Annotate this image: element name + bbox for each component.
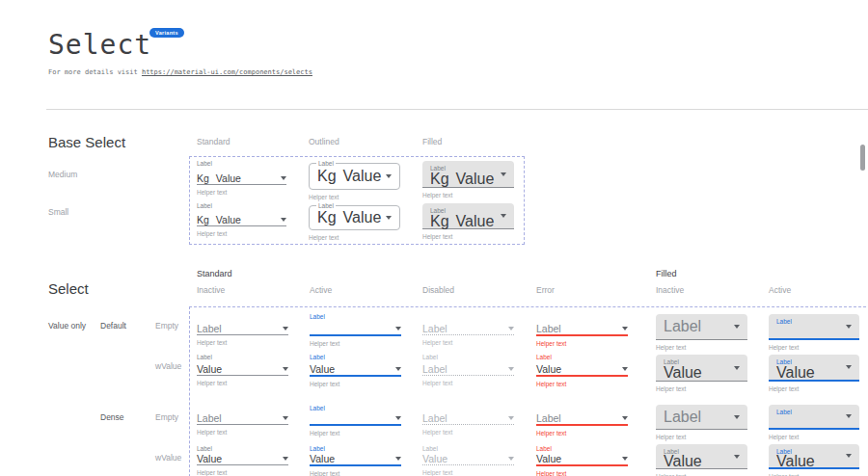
select-value: Value [310,453,335,464]
select-standard-active-default-wvalue: LabelValueHelper text [310,353,401,388]
dropdown-arrow-icon [846,454,852,458]
select-filled-inactive-small: LabelKgValueHelper text [422,203,514,241]
select-filled-inactive-medium: LabelKgValueHelper text [422,161,514,199]
select-control[interactable]: LabelValue [656,444,747,469]
helper-text: Helper text [197,189,286,197]
value-text: Value [310,363,335,375]
select-control[interactable]: Value [197,453,288,465]
helper-text: Helper text [656,344,747,352]
value-text: Value [664,364,702,381]
select-value: KgValue [317,212,381,224]
select-control[interactable]: LabelKgValue [309,163,400,190]
select-control[interactable]: Value [310,453,401,466]
select-standard-inactive-default-empty: LabelHelper text [197,312,288,347]
helper-text: Helper text [536,470,628,476]
column-header-filled-active: Active [769,285,791,295]
select-value: KgValue [430,216,494,227]
select-label: Label [197,159,286,168]
value-text: Label [422,363,448,375]
select-label: Label [422,444,514,453]
dropdown-arrow-icon [508,416,514,420]
select-control[interactable]: KgValue [197,168,286,185]
select-control[interactable]: LabelValue [656,355,747,382]
base-select-heading: Base Select [48,134,125,150]
mode-label-wvalue: wValue [155,453,181,463]
select-control[interactable]: Label [656,405,747,430]
select-control[interactable]: LabelValue [769,355,859,382]
dropdown-arrow-icon [734,415,740,419]
dropdown-arrow-icon [395,416,401,420]
helper-text: Helper text [769,434,859,441]
select-value: Value [197,453,222,464]
select-control[interactable]: Label [656,314,747,340]
select-filled-active-default-wvalue: LabelValueHelper text [769,355,859,393]
helper-text: Helper text [656,385,747,393]
size-label-dense: Dense [100,412,124,422]
column-header-outlined: Outlined [309,137,339,146]
select-value: Label [664,411,701,423]
select-control[interactable]: LabelKgValue [422,161,514,188]
helper-text: Helper text [310,381,401,388]
column-header-standard-error: Error [536,285,555,295]
select-control[interactable]: Label [197,321,288,335]
select-control[interactable]: LabelKgValue [422,203,514,229]
select-standard-disabled-dense-wvalue: LabelValueHelper text [422,444,514,476]
select-control[interactable]: Label [422,361,514,376]
select-label [536,404,628,412]
select-label: Label [197,201,286,210]
select-standard-disabled-default-empty: LabelHelper text [422,312,514,347]
select-control[interactable]: LabelKgValue [309,205,400,230]
select-control[interactable]: Value [536,453,628,466]
select-outlined-inactive-small: LabelKgValueHelper text [309,205,400,242]
select-label: Label [776,317,852,326]
select-control[interactable]: Label [536,321,628,336]
select-control[interactable]: Label [422,321,514,335]
value-text: Value [456,213,495,229]
select-control[interactable]: Label [422,412,514,425]
dropdown-arrow-icon [734,455,740,459]
select-control[interactable]: Label [197,412,288,425]
helper-text: Helper text [422,233,514,241]
select-control[interactable]: Label [536,412,628,426]
helper-text: Helper text [309,194,400,201]
row-header-small: Small [48,207,68,217]
select-control[interactable]: Value [422,453,514,465]
select-value: Label [422,363,448,375]
select-control[interactable]: LabelValue [769,444,859,469]
select-control[interactable]: Value [310,361,401,377]
helper-text: Helper text [197,380,288,387]
select-standard-inactive-medium: LabelKgValueHelper text [197,159,286,197]
scrollbar-thumb[interactable] [860,145,865,171]
select-standard-error-default-empty: LabelHelper text [536,312,628,348]
subtitle-text: For more details visit [48,68,142,76]
select-control[interactable]: Value [197,361,288,376]
select-value: KgValue [197,172,241,184]
select-standard-disabled-default-wvalue: LabelLabelHelper text [422,353,514,387]
docs-link[interactable]: https://material-ui.com/components/selec… [142,68,312,76]
select-value: KgValue [317,171,381,182]
select-control[interactable] [310,412,401,426]
select-value: Value [310,363,335,375]
mode-label-empty: Empty [155,321,178,331]
select-control[interactable] [310,321,401,336]
dropdown-arrow-icon [283,367,288,371]
value-text: Label [197,323,222,334]
select-label [422,312,514,321]
helper-text: Helper text [536,340,628,348]
select-control[interactable]: Label [769,405,859,430]
select-control[interactable]: KgValue [197,210,286,226]
helper-text: Helper text [656,434,747,441]
row-group-label: Value only [48,321,86,331]
variants-badge: Variants [149,28,184,38]
dropdown-arrow-icon [283,416,288,420]
dropdown-arrow-icon [395,457,401,461]
dropdown-arrow-icon [501,172,506,176]
select-standard-inactive-small: LabelKgValueHelper text [197,201,286,238]
select-control[interactable]: Value [536,361,628,377]
select-standard-error-dense-wvalue: LabelValueHelper text [536,444,628,476]
column-header-standard: Standard [197,137,231,146]
value-text: Value [197,453,222,464]
helper-text: Helper text [422,380,514,387]
select-control[interactable]: Label [769,314,859,340]
dropdown-arrow-icon [846,325,852,329]
